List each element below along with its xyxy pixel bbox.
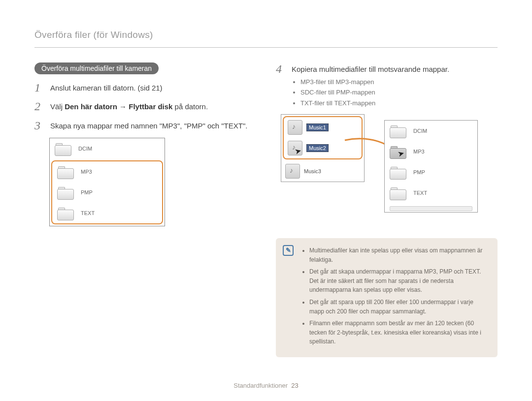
folder-text-dst: TEXT (385, 183, 477, 203)
step2-bold1: Den här datorn (65, 102, 117, 111)
content-columns: Överföra multimediafiler till kameran 1 … (34, 62, 498, 357)
note-item: Multimediafiler kan inte spelas upp elle… (309, 246, 489, 264)
folder-icon (57, 165, 74, 178)
folder-label: PMP (81, 189, 93, 195)
note-icon: ✎ (283, 245, 294, 256)
step-text: Anslut kameran till datorn. (sid 21) (50, 81, 256, 93)
source-selection: Music1 Music2 ➤ (283, 116, 363, 159)
folder-label: DCIM (78, 146, 92, 152)
destination-panel: DCIM MP3 ➤ PMP TEXT (384, 120, 478, 213)
bullet-txt: TXT-filer till TEXT-mappen (300, 98, 498, 108)
section-pill: Överföra multimediafiler till kameran (34, 62, 159, 74)
right-column: 4 Kopiera multimediafiler till motsvaran… (276, 62, 498, 357)
step-number: 2 (34, 100, 47, 113)
left-column: Överföra multimediafiler till kameran 1 … (34, 62, 256, 357)
step2-bold2: Flyttbar disk (129, 102, 172, 111)
file-label: Music1 (306, 123, 329, 131)
folder-panel: DCIM MP3 PMP TEXT (49, 138, 165, 226)
footer-label: Standardfunktioner (233, 382, 288, 389)
bullet-mp3: MP3-filer till MP3-mappen (300, 77, 498, 87)
folder-pmp-dst: PMP (385, 162, 477, 183)
step-2: 2 Välj Den här datorn → Flyttbar disk på… (34, 100, 256, 113)
folder-label: PMP (413, 169, 425, 175)
folder-label: TEXT (81, 210, 95, 216)
note-item: Det går att spara upp till 200 filer ell… (309, 298, 489, 316)
folder-icon (390, 124, 406, 137)
file-music1: Music1 (284, 117, 362, 138)
step-3: 3 Skapa nya mappar med namnen "MP3", "PM… (34, 119, 256, 132)
music-file-icon (285, 164, 300, 179)
source-panel: Music1 Music2 ➤ Music3 (281, 114, 365, 182)
folder-dcim: DCIM (385, 121, 477, 141)
folder-icon (390, 166, 406, 179)
folder-label: MP3 (413, 149, 425, 154)
highlighted-folders: MP3 PMP TEXT (51, 160, 163, 224)
step-1: 1 Anslut kameran till datorn. (sid 21) (34, 81, 256, 94)
folder-pmp: PMP (52, 182, 162, 203)
step2-prefix: Välj (50, 102, 65, 111)
scrollbar-icon (390, 206, 472, 211)
bullet-sdc: SDC-filer till PMP-mappen (300, 87, 498, 97)
step-text: Välj Den här datorn → Flyttbar disk på d… (50, 100, 256, 112)
file-label: Music3 (304, 168, 321, 174)
folder-label: MP3 (81, 169, 92, 175)
step2-arrow: → (117, 102, 129, 111)
note-item: Det går att skapa undermappar i mapparna… (309, 267, 489, 295)
step4-bullets: MP3-filer till MP3-mappen SDC-filer till… (300, 77, 498, 108)
header-divider (34, 47, 498, 48)
folder-icon (390, 186, 406, 199)
folder-text: TEXT (52, 203, 162, 223)
note-box: ✎ Multimediafiler kan inte spelas upp el… (276, 238, 498, 357)
music-file-icon (288, 120, 302, 135)
step-number: 4 (276, 62, 289, 75)
step-text: Skapa nya mappar med namnen "MP3", "PMP"… (50, 119, 256, 131)
page-header: Överföra filer (för Windows) (34, 30, 498, 40)
folder-icon (57, 186, 74, 199)
folder-mp3-dst: MP3 ➤ (385, 141, 477, 162)
copy-figure: Music1 Music2 ➤ Music3 (281, 114, 488, 227)
folder-mp3: MP3 (52, 161, 162, 182)
file-label: Music2 (306, 144, 329, 152)
step2-suffix: på datorn. (172, 102, 208, 111)
page-number: 23 (291, 382, 298, 389)
folder-dcim: DCIM (50, 138, 165, 159)
note-list: Multimediafiler kan inte spelas upp elle… (309, 246, 489, 346)
step4-text: Kopiera multimediafiler till motsvarande… (292, 65, 449, 73)
folder-label: TEXT (413, 190, 427, 196)
file-music2: Music2 ➤ (284, 138, 362, 158)
folder-icon (57, 207, 74, 219)
file-music3: Music3 (281, 161, 364, 182)
note-item: Filnamn eller mappnamn som består av mer… (309, 319, 489, 346)
page-footer: Standardfunktioner 23 (0, 382, 532, 389)
step-number: 3 (34, 119, 47, 132)
step-number: 1 (34, 81, 47, 94)
step-text: Kopiera multimediafiler till motsvarande… (292, 62, 498, 108)
step-4: 4 Kopiera multimediafiler till motsvaran… (276, 62, 498, 108)
folder-icon (55, 142, 71, 155)
folder-label: DCIM (413, 128, 427, 134)
